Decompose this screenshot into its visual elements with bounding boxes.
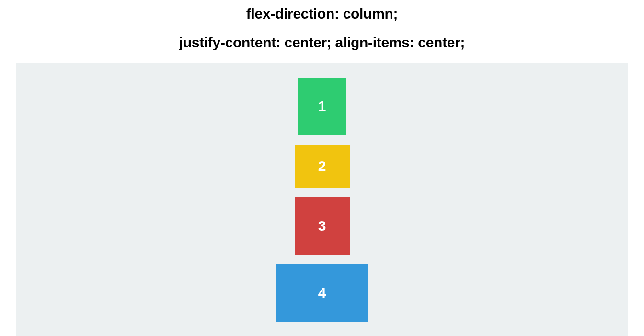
heading-justify-align: justify-content: center; align-items: ce… — [179, 34, 465, 51]
flex-item-1: 1 — [298, 78, 346, 135]
page: flex-direction: column; justify-content:… — [0, 0, 644, 336]
flex-item-label: 2 — [318, 158, 326, 174]
flex-item-2: 2 — [295, 145, 350, 188]
flex-item-3: 3 — [295, 197, 350, 255]
heading-flex-direction: flex-direction: column; — [246, 6, 398, 22]
flex-item-label: 4 — [318, 285, 326, 301]
flex-item-label: 1 — [318, 98, 326, 114]
flex-item-4: 4 — [276, 264, 368, 322]
flex-container: 1 2 3 4 — [16, 63, 628, 336]
flex-item-label: 3 — [318, 218, 326, 234]
